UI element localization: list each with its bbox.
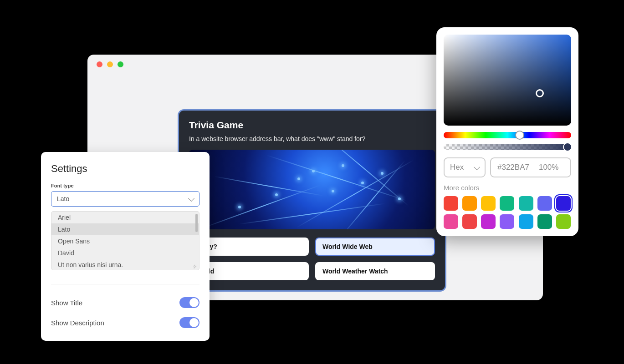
divider xyxy=(534,162,534,172)
color-saturation-canvas[interactable] xyxy=(444,35,571,126)
show-description-toggle[interactable] xyxy=(179,317,199,328)
font-type-selected-value: Lato xyxy=(57,195,69,202)
show-title-row: Show Title xyxy=(51,293,199,313)
toggle-knob xyxy=(189,298,199,307)
color-swatch-0[interactable] xyxy=(444,196,458,211)
color-swatch-9[interactable] xyxy=(481,214,496,229)
color-swatch-13[interactable] xyxy=(556,214,571,229)
alpha-slider-knob[interactable] xyxy=(563,142,572,152)
color-format-label: Hex xyxy=(450,163,464,172)
color-format-row: Hex #322BA7 100% xyxy=(444,157,571,177)
show-description-row: Show Description xyxy=(51,313,199,333)
settings-panel: Settings Font type Lato Ariel Lato Open … xyxy=(41,152,210,341)
color-picker-panel: Hex #322BA7 100% More colors xyxy=(436,27,578,236)
font-dropdown-list: Ariel Lato Open Sans David Ut non varius… xyxy=(51,211,199,270)
settings-title: Settings xyxy=(51,163,199,175)
color-swatch-10[interactable] xyxy=(500,214,514,229)
font-option-open-sans[interactable]: Open Sans xyxy=(51,235,199,247)
color-opacity-value: 100% xyxy=(539,163,558,172)
color-swatch-7[interactable] xyxy=(444,214,458,229)
trivia-answer-3[interactable]: World Weather Watch xyxy=(315,262,435,280)
color-swatch-6[interactable] xyxy=(556,196,571,211)
color-hex-value: #322BA7 xyxy=(497,163,529,172)
chevron-down-icon xyxy=(474,163,480,170)
trivia-answer-1[interactable]: World Wide Web xyxy=(315,238,435,256)
window-minimize-icon[interactable] xyxy=(107,61,113,67)
hue-slider[interactable] xyxy=(444,132,571,138)
color-swatch-12[interactable] xyxy=(537,214,552,229)
color-swatch-8[interactable] xyxy=(462,214,477,229)
chevron-down-icon xyxy=(188,195,194,201)
font-option-ariel[interactable]: Ariel xyxy=(51,212,199,223)
font-type-label: Font type xyxy=(51,183,199,188)
color-swatch-2[interactable] xyxy=(481,196,496,211)
toggle-knob xyxy=(189,318,199,327)
color-swatch-4[interactable] xyxy=(519,196,533,211)
dropdown-scrollbar[interactable] xyxy=(195,214,198,232)
font-dropdown-footer: Ut non varius nisi urna. xyxy=(51,259,199,270)
color-swatch-1[interactable] xyxy=(462,196,477,211)
show-description-label: Show Description xyxy=(51,319,104,327)
alpha-slider[interactable] xyxy=(444,144,571,150)
color-swatches xyxy=(444,196,571,229)
hue-slider-knob[interactable] xyxy=(515,131,524,140)
color-swatch-3[interactable] xyxy=(500,196,514,211)
color-format-select[interactable]: Hex xyxy=(444,157,486,177)
font-option-david[interactable]: David xyxy=(51,247,199,259)
color-swatch-5[interactable] xyxy=(537,196,552,211)
window-maximize-icon[interactable] xyxy=(118,61,123,67)
trivia-card: Trivia Game In a website browser address… xyxy=(178,109,446,292)
color-swatch-11[interactable] xyxy=(519,214,533,229)
sv-cursor-icon[interactable] xyxy=(536,89,544,97)
divider xyxy=(51,284,199,284)
resize-handle-icon[interactable] xyxy=(192,263,196,268)
trivia-title: Trivia Game xyxy=(189,120,435,131)
trivia-answers: , Why? World Wide Web World World Weathe… xyxy=(189,238,435,280)
more-colors-label: More colors xyxy=(444,184,571,192)
trivia-question: In a website browser address bar, what d… xyxy=(189,135,435,142)
font-type-select[interactable]: Lato xyxy=(51,191,199,207)
color-value-input[interactable]: #322BA7 100% xyxy=(490,157,571,177)
show-title-label: Show Title xyxy=(51,299,82,307)
font-option-lato[interactable]: Lato xyxy=(51,223,199,235)
window-close-icon[interactable] xyxy=(97,61,102,67)
show-title-toggle[interactable] xyxy=(179,297,199,308)
trivia-hero-image xyxy=(189,150,435,229)
